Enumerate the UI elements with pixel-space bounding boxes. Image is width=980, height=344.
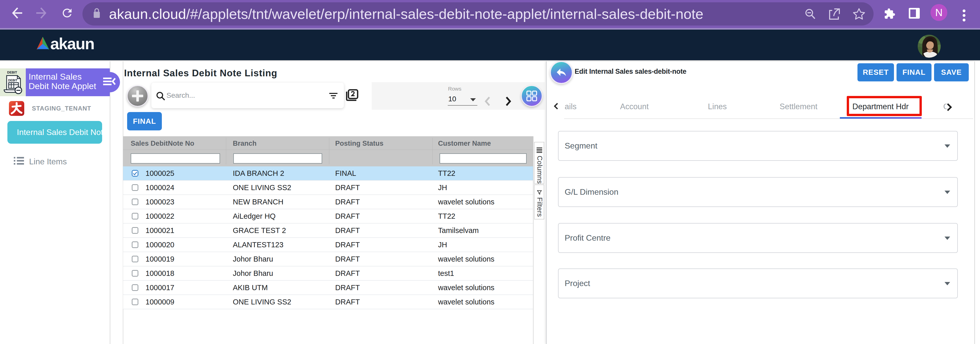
- svg-text:DEBIT: DEBIT: [7, 70, 17, 74]
- svg-text:DEBIT: DEBIT: [8, 79, 18, 82]
